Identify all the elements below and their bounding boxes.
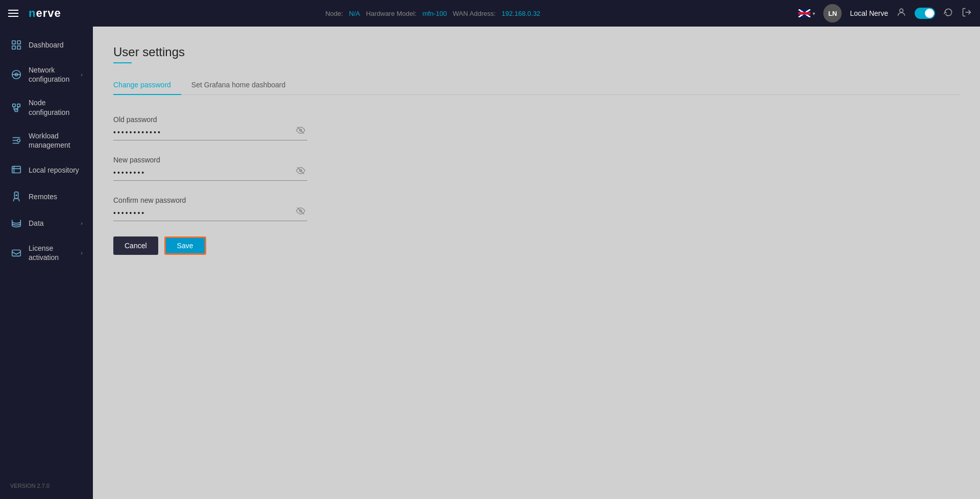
chevron-right-icon: ›: [81, 220, 83, 226]
sidebar-item-network-configuration[interactable]: Network configuration ›: [0, 58, 93, 91]
chevron-right-icon: ›: [81, 72, 83, 78]
remotes-icon: [10, 191, 22, 203]
node-value: N/A: [349, 10, 360, 17]
sidebar: Dashboard Network configuration › Node c…: [0, 27, 93, 499]
old-password-group: Old password: [113, 115, 307, 140]
data-icon: [10, 217, 22, 229]
sidebar-item-label: Local repository: [29, 165, 83, 175]
wan-value: 192.168.0.32: [502, 10, 541, 17]
confirm-password-input[interactable]: [113, 209, 307, 217]
toggle-new-password-icon[interactable]: [296, 166, 305, 177]
tab-change-password[interactable]: Change password: [113, 76, 181, 95]
new-password-wrapper: [113, 168, 307, 181]
tab-set-grafana[interactable]: Set Grafana home dashboard: [181, 76, 296, 95]
sidebar-item-workload-management[interactable]: Workload management: [0, 124, 93, 157]
navbar-node-info: Node: N/A Hardware Model: mfn-100 WAN Ad…: [78, 10, 793, 17]
navbar-right: ▾ LN Local Nerve: [798, 4, 972, 22]
confirm-password-label: Confirm new password: [113, 196, 307, 204]
old-password-input[interactable]: [113, 128, 307, 136]
svg-rect-5: [17, 46, 20, 49]
confirm-password-wrapper: [113, 208, 307, 221]
title-underline: [113, 62, 132, 63]
menu-icon[interactable]: [8, 10, 18, 17]
local-repository-icon: [10, 164, 22, 176]
sidebar-item-local-repository[interactable]: Local repository: [0, 157, 93, 183]
hardware-label: Hardware Model:: [366, 10, 416, 17]
toggle-confirm-password-icon[interactable]: [296, 206, 305, 218]
logout-icon[interactable]: [962, 7, 972, 20]
confirm-password-group: Confirm new password: [113, 196, 307, 221]
license-activation-icon: [10, 247, 22, 259]
main-layout: Dashboard Network configuration › Node c…: [0, 27, 980, 499]
content-area: User settings Change password Set Grafan…: [93, 27, 980, 499]
avatar: LN: [823, 4, 842, 22]
sidebar-item-label: Node configuration: [29, 98, 83, 116]
sidebar-item-label: License activation: [29, 244, 75, 262]
svg-rect-4: [12, 46, 15, 49]
new-password-label: New password: [113, 156, 307, 164]
toggle-old-password-icon[interactable]: [296, 126, 305, 137]
sidebar-item-data[interactable]: Data ›: [0, 210, 93, 236]
cancel-button[interactable]: Cancel: [113, 236, 158, 255]
old-password-wrapper: [113, 128, 307, 140]
old-password-label: Old password: [113, 115, 307, 124]
svg-point-20: [16, 195, 17, 196]
svg-point-0: [900, 9, 903, 12]
sidebar-item-label: Data: [29, 219, 75, 228]
page-title: User settings: [113, 45, 960, 59]
svg-point-15: [17, 139, 20, 142]
wan-label: WAN Address:: [453, 10, 496, 17]
svg-rect-2: [12, 41, 15, 44]
hardware-value: mfn-100: [423, 10, 447, 17]
new-password-input[interactable]: [113, 169, 307, 177]
sidebar-version: VERSION 2.7.0: [0, 472, 93, 499]
sidebar-item-license-activation[interactable]: License activation ›: [0, 236, 93, 269]
app-logo: nerve: [29, 7, 61, 20]
node-label: Node:: [325, 10, 343, 17]
sidebar-item-label: Network configuration: [29, 65, 75, 84]
chevron-down-icon: ▾: [813, 11, 815, 16]
form-buttons: Cancel Save: [113, 236, 960, 255]
flag-icon: [798, 9, 811, 17]
local-nerve-label: Local Nerve: [850, 9, 888, 17]
sidebar-item-node-configuration[interactable]: Node configuration: [0, 91, 93, 124]
network-configuration-icon: [10, 68, 22, 81]
node-configuration-icon: [10, 102, 22, 114]
dashboard-icon: [10, 39, 22, 51]
svg-rect-3: [17, 41, 20, 44]
svg-rect-7: [13, 104, 16, 107]
tabs: Change password Set Grafana home dashboa…: [113, 76, 960, 95]
sidebar-item-label: Workload management: [29, 131, 83, 150]
svg-rect-8: [17, 104, 20, 107]
navbar: nerve Node: N/A Hardware Model: mfn-100 …: [0, 0, 980, 27]
new-password-group: New password: [113, 156, 307, 181]
user-icon[interactable]: [896, 7, 906, 20]
reload-icon[interactable]: [943, 7, 953, 20]
chevron-right-icon: ›: [81, 250, 83, 256]
workload-management-icon: [10, 134, 22, 147]
sidebar-item-remotes[interactable]: Remotes: [0, 183, 93, 210]
sidebar-item-label: Dashboard: [29, 40, 83, 50]
language-selector[interactable]: ▾: [798, 9, 815, 17]
svg-rect-16: [12, 167, 21, 173]
sidebar-item-dashboard[interactable]: Dashboard: [0, 32, 93, 58]
save-button[interactable]: Save: [164, 236, 206, 255]
toggle-switch[interactable]: [915, 8, 935, 19]
sidebar-item-label: Remotes: [29, 192, 83, 201]
